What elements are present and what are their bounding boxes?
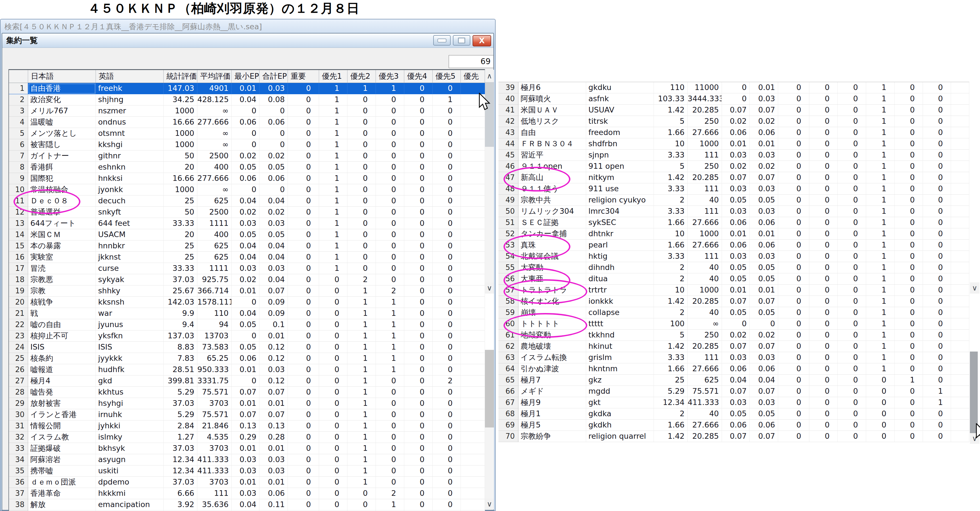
table-row[interactable]: 14米国ＣＭUSACM204000.050.05010000 [9, 229, 485, 240]
column-header[interactable]: 優先5 [433, 70, 461, 83]
table-row[interactable]: 60トトトトトttttt100∞00000100 [498, 318, 969, 330]
column-header[interactable]: 統計評価 [164, 70, 197, 83]
table-row[interactable]: 5メンツ落としotsmnt1000∞00010000 [9, 128, 485, 139]
table-row[interactable]: 4温暖嘘ondnus16.66277.6660.060.06010000 [9, 117, 485, 128]
table-row[interactable]: 64引かぬ津波hkntnm1.6627.6660.060.06000100 [498, 363, 969, 375]
table-row[interactable]: 25核条約jyykkk7.8365.250.060.12001100 [9, 353, 485, 364]
table-row[interactable]: 3メリル767nszmer1000∞00010000 [9, 105, 485, 117]
table-row[interactable]: 58核イオン化ionkkk1.4220.2850.070.07000100 [498, 296, 969, 307]
table-row[interactable]: 62農地破壊hkinut1.4220.2850.070.07000100 [498, 341, 969, 352]
table-row[interactable]: 28嘘告発kkhtus5.2975.5710.070.07001000 [9, 387, 485, 398]
table-row[interactable]: 42低地リスクtitrsk52500.020.02000100 [498, 116, 969, 127]
column-header[interactable]: 優先4 [404, 70, 433, 83]
table-row[interactable]: 66メギドmgdd5.2975.5710.070.07000001 [498, 386, 969, 397]
minimize-button[interactable] [433, 35, 451, 46]
table-row[interactable]: 51ＳＥＣ証拠sykSEC1.6627.6660.060.06000100 [498, 217, 969, 228]
table-row[interactable]: 68極月1gkdka2400.050.05000000 [498, 408, 969, 420]
table-row[interactable]: 59崩壊collapse2400.050.05000100 [498, 307, 969, 318]
table-row[interactable]: 32イスラム教islmky1.274.5350.290.28001000 [9, 432, 485, 443]
table-row[interactable]: 34阿蘇溶岩asyugn12.34411.3330.030.03001000 [9, 454, 485, 465]
table-row[interactable]: 11Ｄｅｃ０８decuch256250.040.04010000 [9, 196, 485, 207]
table-row[interactable]: 35携帯嘘uskiti12.34411.3330.030.03001000 [9, 465, 485, 477]
search-window-titlebar[interactable]: 検索[４５０ＫＫＮＰ１２月１真珠__香港デモ排除__阿蘇山赤熱__黒い.sea] [0, 19, 495, 33]
count-field[interactable]: 69 [449, 55, 494, 68]
cell-stat-eval: 12.34 [654, 397, 687, 408]
scrollbar-track[interactable] [485, 427, 494, 498]
table-row[interactable]: 22嘘の自由jyunus9.4940.050.1001100 [9, 319, 485, 330]
table-row[interactable]: 49宗教中共religion cyukyo2400.050.05000100 [498, 194, 969, 206]
aggregate-list-titlebar[interactable]: 集約一覧 X [2, 33, 493, 48]
table-row[interactable]: 8香港餌eshnkn204000.050.05010000 [9, 162, 485, 173]
table-row[interactable]: 54北戴河会議hktig3.331110.030.03000100 [498, 251, 969, 262]
table-row[interactable]: 30イランと香港irnuhk5.2975.5710.070.07001000 [9, 409, 485, 420]
table-row[interactable]: 23核抑止不可yksfkn137.031370300.01001100 [9, 330, 485, 342]
table-row[interactable]: 57トラトラトラtrtrtr1010000.010.01000100 [498, 285, 969, 296]
table-row[interactable]: 1自由香港freehk147.0349010.010.03011100 [9, 83, 485, 94]
column-header[interactable]: 重要 [288, 70, 319, 83]
table-row[interactable]: 56大東亜ditua2400.050.05000100 [498, 273, 969, 285]
table-row[interactable]: 37香港革命hkkkmi6.661110.030.06000200 [9, 488, 485, 499]
table-row[interactable]: 7ガイトナーgithnr5025000.020.02010000 [9, 150, 485, 162]
table-row[interactable]: 44ＦＲＢＮ３０４shdfrbn1010000.010.01000100 [498, 138, 969, 150]
table-row[interactable]: 40阿蘇噴火asfnk103.333444.33300.03000100 [498, 93, 969, 105]
table-row[interactable]: 33証拠爆破bkhsyk37.0337030.010.01001000 [9, 443, 485, 454]
table-row[interactable]: 41米国ＵＡＶUSUAV1.4220.2850.070.07000100 [498, 105, 969, 116]
table-row[interactable]: 15本の暴露hnnbkr256250.040.04010000 [9, 240, 485, 252]
column-header[interactable]: 優先1 [319, 70, 347, 83]
column-header[interactable]: 優先2 [347, 70, 376, 83]
table-row[interactable]: 47新高山nitkym1.4220.2850.070.07000100 [498, 172, 969, 183]
table-row[interactable]: 69極月5gkdkh1.6627.6660.060.06000000 [498, 420, 969, 431]
column-header[interactable]: 合計EP [259, 70, 288, 83]
table-row[interactable]: 65極月7gkz256250.040.04000010 [498, 375, 969, 386]
table-row[interactable]: 46９１１open911 open52500.020.02000100 [498, 161, 969, 172]
table-row[interactable]: 53真珠pearl1.6627.6660.060.06000100 [498, 240, 969, 251]
table-row[interactable]: 52タンカー拿捕dhtnkr1010000.010.01000100 [498, 228, 969, 240]
table-row[interactable]: 39極月6gkdku1101100000.01000100 [498, 82, 969, 93]
column-header[interactable]: 英語 [96, 70, 164, 83]
table-row[interactable]: 2政治変化shjhng34.25428.1250.040.08010001 [9, 94, 485, 105]
table-row[interactable]: 18宗教悪sykyak37.03925.750.020.04002000 [9, 274, 485, 285]
table-row[interactable]: 48９１１使う911 use3.331110.030.03000100 [498, 183, 969, 194]
table-row[interactable]: 38解放emancipation3.9235.6360.040.11000100 [9, 499, 485, 511]
table-row[interactable]: 61地殻変動tkkhnd52500.020.02000100 [498, 330, 969, 341]
table-row[interactable]: 63イスラム転換grislm3.331110.030.03000100 [498, 352, 969, 363]
table-row[interactable]: 26嘘報道hudhfk28.51950.3330.010.03001100 [9, 364, 485, 376]
scroll-down-button[interactable]: ∨ [485, 282, 494, 294]
scroll-down-button[interactable]: ∨ [970, 282, 980, 294]
scrollbar-thumb[interactable] [485, 82, 494, 147]
column-header[interactable]: 最小EP [232, 70, 259, 83]
table-row[interactable]: 70宗教紛争religion quarrel1.4220.2850.070.07… [498, 431, 969, 442]
scroll-down-button[interactable]: ∨ [485, 498, 494, 509]
table-row[interactable]: 36ｄｅｍｏ団派dpdemo37.0337030.010.01001000 [9, 477, 485, 488]
table-row[interactable]: 6被害隠しkkshgi1000∞00010000 [9, 139, 485, 150]
table-row[interactable]: 17冒涜curse33.3311110.030.03010000 [9, 263, 485, 274]
table-row[interactable]: 45習近平sjnpn3.331110.030.03000100 [498, 150, 969, 161]
scroll-up-button[interactable]: ∧ [485, 70, 494, 82]
table-row[interactable]: 24ISISISIS8.8373.5830.050.12001100 [9, 342, 485, 353]
maximize-button[interactable] [453, 35, 470, 46]
table-row[interactable]: 10常温核融合jyonkk1000∞00010000 [9, 184, 485, 196]
column-header[interactable]: 日本語 [28, 70, 96, 83]
table-row[interactable]: 31情報公開jyhkki2.8421.8460.130.13001000 [9, 420, 485, 432]
table-row[interactable]: 29放射被害hsyhgi37.0337030.010.01001000 [9, 398, 485, 409]
table-row[interactable]: 67極月9gkt12.34411.3330.030.03000001 [498, 397, 969, 408]
column-header[interactable]: 優先3 [376, 70, 404, 83]
table-row[interactable]: 19宗教shhky25.67366.7140.010.07001200 [9, 285, 485, 297]
table-row[interactable]: 50リムリック304lmrc3043.331110.030.03000100 [498, 206, 969, 217]
table-row[interactable]: 20核戦争kksnsh142.031578.11100.09001100 [9, 297, 485, 308]
close-button[interactable]: X [473, 35, 491, 46]
table-row[interactable]: 43自由freedom1.6627.6660.060.06000100 [498, 127, 969, 138]
column-header[interactable]: 優先 [461, 70, 485, 83]
scrollbar-thumb[interactable] [970, 352, 978, 433]
table-row[interactable]: 16実験室jkknst256250.040.04010000 [9, 252, 485, 263]
table-row[interactable]: 21戦war9.91100.040.09001100 [9, 308, 485, 319]
column-header[interactable]: 平均評価 [197, 70, 232, 83]
row-number: 47 [498, 172, 519, 183]
table-row[interactable]: 9国際犯hnkksi16.66277.6660.060.06010000 [9, 173, 485, 184]
table-row[interactable]: 13644フィート644 feet33.3311110.030.03010000 [9, 218, 485, 229]
table-row[interactable]: 55大変動dihndh2400.050.05000100 [498, 262, 969, 273]
table-row[interactable]: 27極月4gkd399.813331.7500.12001002 [9, 376, 485, 387]
scrollbar-thumb[interactable] [485, 350, 494, 427]
table-row[interactable]: 12普通選挙snkyft5025000.020.02010000 [9, 207, 485, 218]
cell-priority-4: 0 [404, 139, 433, 150]
